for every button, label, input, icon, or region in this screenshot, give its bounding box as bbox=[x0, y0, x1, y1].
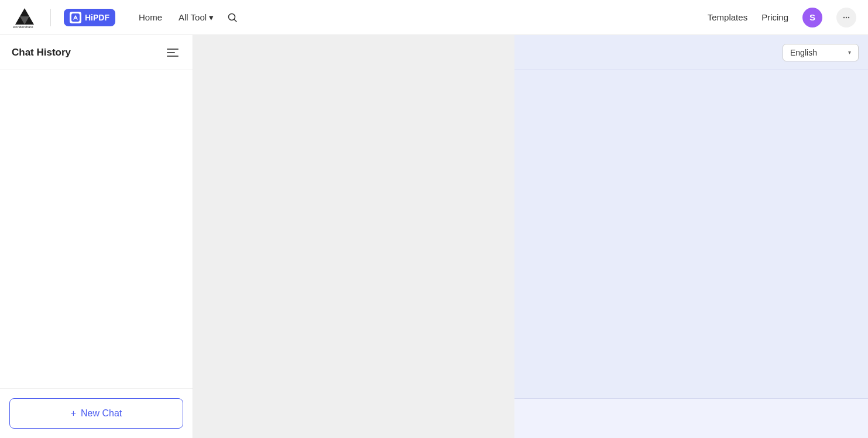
sidebar-footer: + New Chat bbox=[0, 388, 193, 438]
hipdf-product-name: HiPDF bbox=[85, 13, 109, 22]
svg-rect-1 bbox=[71, 13, 80, 22]
sidebar: Chat History + New Chat bbox=[0, 35, 193, 438]
svg-rect-7 bbox=[167, 52, 175, 53]
sidebar-collapse-button[interactable] bbox=[164, 44, 181, 61]
sidebar-header: Chat History bbox=[0, 35, 193, 70]
nav-extra-button[interactable] bbox=[836, 8, 856, 27]
svg-text:wondershare: wondershare bbox=[12, 25, 33, 28]
nav-links: Home All Tool ▾ bbox=[132, 9, 221, 26]
svg-rect-8 bbox=[167, 56, 179, 57]
nav-home[interactable]: Home bbox=[132, 9, 169, 26]
menu-icon bbox=[842, 13, 851, 22]
user-avatar[interactable]: S bbox=[802, 8, 822, 27]
chat-panel-header: English ▾ bbox=[514, 35, 868, 70]
svg-point-3 bbox=[846, 16, 847, 18]
language-chevron-icon: ▾ bbox=[848, 49, 851, 56]
language-selected-value: English bbox=[790, 48, 817, 57]
sidebar-title: Chat History bbox=[12, 47, 71, 58]
logo-divider bbox=[50, 9, 51, 26]
svg-point-5 bbox=[843, 16, 845, 18]
chat-panel-body bbox=[514, 70, 868, 398]
new-chat-label: New Chat bbox=[81, 408, 122, 419]
nav-all-tool[interactable]: All Tool ▾ bbox=[171, 9, 221, 26]
svg-point-2 bbox=[229, 13, 235, 20]
svg-point-4 bbox=[848, 16, 849, 18]
language-selector[interactable]: English ▾ bbox=[783, 44, 859, 61]
main-content: Chat History + New Chat English bbox=[0, 35, 868, 438]
navbar: wondershare HiPDF Home All Tool ▾ bbox=[0, 0, 868, 35]
nav-pricing[interactable]: Pricing bbox=[761, 12, 788, 22]
sidebar-body bbox=[0, 70, 193, 388]
chat-panel: English ▾ bbox=[514, 35, 868, 438]
collapse-icon bbox=[167, 48, 179, 57]
new-chat-plus-icon: + bbox=[71, 408, 76, 419]
nav-templates[interactable]: Templates bbox=[708, 12, 747, 22]
svg-rect-6 bbox=[167, 49, 179, 50]
document-viewer bbox=[193, 35, 514, 438]
hipdf-badge[interactable]: HiPDF bbox=[64, 9, 115, 26]
all-tool-chevron-icon: ▾ bbox=[209, 12, 214, 23]
wondershare-logo: wondershare bbox=[12, 7, 37, 28]
search-button[interactable] bbox=[223, 8, 242, 27]
brand-logo[interactable]: wondershare HiPDF bbox=[12, 7, 115, 28]
navbar-right: Templates Pricing S bbox=[708, 8, 856, 27]
new-chat-button[interactable]: + New Chat bbox=[9, 398, 183, 429]
hipdf-badge-icon bbox=[70, 12, 81, 23]
chat-panel-footer bbox=[514, 398, 868, 438]
search-icon bbox=[227, 12, 238, 23]
